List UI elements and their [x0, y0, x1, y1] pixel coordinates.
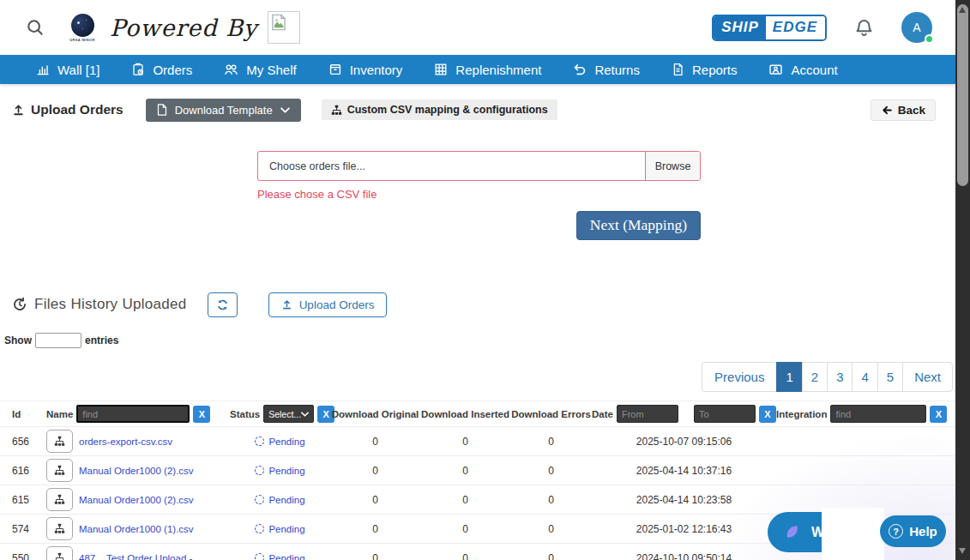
avatar-initial: A	[913, 21, 920, 34]
column-header-download-errors: Download Errors	[510, 409, 592, 419]
file-name-link[interactable]: 487__Test Order Upload -	[79, 553, 192, 560]
sitemap-icon	[54, 436, 65, 447]
row-status[interactable]: Pending	[230, 466, 330, 476]
show-label: Show	[4, 334, 32, 346]
scrollbar-down-arrow[interactable]	[959, 548, 966, 554]
row-mapping-button[interactable]	[46, 546, 73, 560]
row-status[interactable]: Pending	[230, 437, 330, 447]
row-id: 550	[0, 552, 46, 560]
nav-item-label: Wall [1]	[57, 63, 99, 77]
upload-toolbar: Upload Orders Download Template Custom C…	[0, 98, 970, 122]
clear-date-filter-button[interactable]: X	[759, 406, 776, 423]
row-status[interactable]: Pending	[230, 495, 330, 505]
shipedge-logo-edge: EDGE	[766, 16, 825, 39]
nav-item-inventory[interactable]: Inventory	[328, 63, 403, 77]
refresh-button[interactable]	[208, 292, 238, 317]
pending-spinner-icon	[255, 553, 264, 560]
main-nav: Wall [1] Orders My Shelf Inventory Reple…	[0, 55, 970, 84]
column-header-name: Name	[46, 409, 73, 419]
download-original-count: 0	[330, 436, 420, 448]
back-arrow-icon	[881, 105, 893, 116]
status-label: Pending	[268, 524, 304, 534]
back-button[interactable]: Back	[871, 99, 936, 121]
row-date: 2024-10-10 09:50:14	[592, 552, 776, 560]
nav-item-my-shelf[interactable]: My Shelf	[224, 63, 296, 77]
pagination-page-1[interactable]: 1	[776, 362, 802, 392]
help-button[interactable]: ? Help	[880, 515, 946, 547]
nav-item-wall[interactable]: Wall [1]	[36, 63, 99, 77]
status-label: Pending	[268, 466, 304, 476]
row-status[interactable]: Pending	[230, 553, 330, 560]
client-logo-caption: URSA MINOR	[69, 38, 95, 42]
file-name-link[interactable]: Manual Order1000 (2).csv	[79, 495, 194, 505]
nav-item-reports[interactable]: Reports	[672, 63, 738, 77]
next-mapping-button[interactable]: Next (Mapping)	[576, 211, 701, 240]
scrollbar-up-arrow[interactable]	[959, 7, 966, 13]
nav-item-account[interactable]: Account	[768, 63, 837, 77]
top-bar: URSA MINOR Powered By SHIP EDGE A	[0, 0, 970, 55]
help-label: Help	[909, 524, 937, 539]
upload-orders-button[interactable]: Upload Orders	[268, 292, 388, 317]
custom-csv-mapping-link[interactable]: Custom CSV mapping & configurations	[322, 99, 557, 120]
nav-item-label: Reports	[692, 63, 738, 77]
download-original-count: 0	[330, 523, 420, 535]
name-filter-input[interactable]	[76, 405, 190, 423]
row-mapping-button[interactable]	[46, 430, 73, 453]
pagination-previous[interactable]: Previous	[702, 362, 777, 392]
page-scrollbar[interactable]	[955, 0, 970, 560]
page-title: Upload Orders	[12, 102, 124, 117]
choose-file-input[interactable]: Choose orders file...	[258, 152, 645, 180]
nav-item-orders[interactable]: Orders	[131, 63, 192, 77]
upload-form: Choose orders file... Browse Please chos…	[257, 151, 701, 240]
download-inserted-count: 0	[420, 523, 510, 535]
file-name-link[interactable]: orders-export-csv.csv	[79, 437, 172, 447]
row-status[interactable]: Pending	[230, 524, 330, 534]
top-bar-right: SHIP EDGE A	[712, 12, 932, 43]
clear-integration-filter-button[interactable]: X	[930, 406, 947, 423]
file-name-link[interactable]: Manual Order1000 (2).csv	[79, 466, 194, 476]
pagination-page-2[interactable]: 2	[802, 362, 828, 392]
notifications-bell-icon[interactable]	[854, 18, 874, 38]
pagination: Previous 12345 Next	[0, 362, 953, 392]
file-error-message: Please chose a CSV file	[257, 188, 701, 201]
row-id: 615	[0, 494, 46, 506]
entries-count-input[interactable]	[35, 333, 81, 348]
download-errors-count: 0	[510, 552, 592, 560]
scrollbar-thumb[interactable]	[957, 4, 968, 186]
history-icon	[12, 297, 27, 312]
row-date: 2025-04-14 10:37:16	[592, 465, 776, 477]
date-to-filter-input[interactable]	[694, 405, 756, 423]
column-header-download-inserted: Download Inserted	[420, 409, 510, 419]
pending-spinner-icon	[255, 466, 264, 475]
leaf-icon	[784, 524, 800, 540]
download-original-count: 0	[330, 552, 420, 560]
integration-filter-input[interactable]	[830, 405, 926, 423]
sitemap-icon	[331, 105, 342, 116]
browse-button[interactable]: Browse	[645, 152, 700, 180]
table-header-row: Id Name X Status Select... X Download Or…	[0, 400, 970, 426]
clear-name-filter-button[interactable]: X	[193, 406, 210, 423]
nav-item-replenishment[interactable]: Replenishment	[434, 63, 541, 77]
user-avatar[interactable]: A	[901, 12, 932, 43]
question-icon: ?	[889, 524, 903, 539]
online-status-dot	[925, 34, 934, 44]
file-icon	[157, 104, 167, 116]
pagination-page-3[interactable]: 3	[827, 362, 853, 392]
shipedge-logo[interactable]: SHIP EDGE	[712, 15, 827, 41]
row-id: 574	[0, 523, 46, 535]
download-errors-count: 0	[510, 465, 592, 477]
file-name-link[interactable]: Manual Order1000 (1).csv	[79, 524, 194, 534]
pagination-page-5[interactable]: 5	[877, 362, 903, 392]
status-filter-select[interactable]: Select...	[263, 405, 314, 423]
show-entries-control: Show entries	[4, 333, 970, 348]
download-template-button[interactable]: Download Template	[146, 99, 301, 122]
row-mapping-button[interactable]	[46, 459, 73, 482]
row-mapping-button[interactable]	[46, 488, 73, 511]
nav-item-returns[interactable]: Returns	[573, 63, 640, 77]
pagination-next[interactable]: Next	[902, 362, 953, 392]
brand-area: URSA MINOR Powered By	[65, 11, 300, 44]
date-from-filter-input[interactable]	[617, 405, 678, 423]
search-icon[interactable]	[26, 18, 45, 37]
row-mapping-button[interactable]	[46, 517, 73, 540]
pagination-page-4[interactable]: 4	[852, 362, 877, 392]
